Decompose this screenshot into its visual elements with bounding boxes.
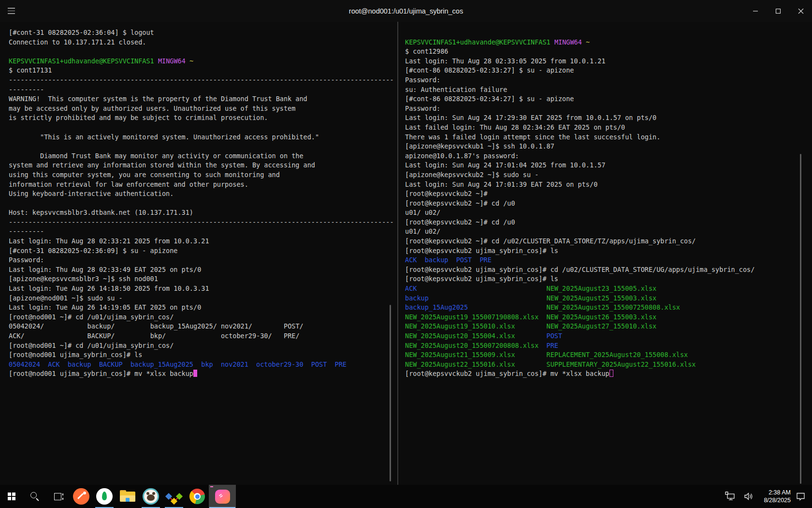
maximize-button[interactable] [767,0,789,22]
terminal-line: ----------------------------------------… [9,75,398,85]
terminal-line: [root@kepsvvckub2 ~]# [405,189,812,199]
taskbar-clock[interactable]: 2:38 AM 8/28/2025 [758,489,791,504]
minimize-icon [753,8,758,14]
terminal-line: KEPSVVCINFAS1+udhavande@KEPSVVCINFAS1 MI… [9,57,398,66]
terminal-line: is strictly prohibited and may be subjec… [9,113,398,123]
close-icon [798,8,804,14]
terminal-line: backup_15Aug2025 NEW_2025August25_155007… [405,303,812,313]
terminal-line: [apizone@kepsvvckub2 ~]$ sudo su - [405,170,812,180]
terminal-content: [#cont-31 08282025-02:36:04] $ logoutCon… [0,22,812,485]
folder-icon [120,490,135,503]
terminal-line: "This is an actively monitored system. U… [9,133,398,142]
terminal-line: Last login: Thu Aug 28 02:33:49 EAT 2025… [9,265,398,275]
windows-logo-icon [8,493,16,501]
chrome-button[interactable] [186,485,209,508]
terminal-line: NEW_2025August19_155007190808.xlsx NEW_2… [405,313,812,322]
dbeaver-button[interactable] [139,485,162,508]
terminal-line: $ cont12986 [405,47,812,57]
terminal-line: [root@kepsvvckub2 ujima_sybrin_cos]# cd … [405,265,812,275]
volume-tray-button[interactable] [740,485,756,508]
terminal-line [9,142,398,151]
postman-icon [73,488,89,505]
speaker-icon [743,492,753,501]
terminal-line: Using keyboard-interactive authenticatio… [9,189,398,199]
terminal-line: [#cont-31 08282025-02:36:04] $ logout [9,28,398,38]
terminal-line [9,47,398,57]
clock-date: 8/28/2025 [758,496,791,504]
terminal-line: Last login: Tue Aug 26 14:18:50 2025 fro… [9,284,398,294]
window-titlebar: root@nod001:/u01/ujima_sybrin_cos [0,0,812,22]
terminal-line: Last login: Sun Aug 24 17:01:04 2025 fro… [405,161,812,170]
mongodb-compass-button[interactable] [93,485,116,508]
terminal-taskbar-button[interactable] [209,485,236,508]
terminal-line: [root@nod001 ~]# cd /u01/ujima_sybrin_co… [9,341,398,351]
taskbar: 2:38 AM 8/28/2025 [0,485,812,508]
terminal-line: KEPSVVCINFAS1+udhavande@KEPSVVCINFAS1 MI… [405,38,812,47]
network-tray-button[interactable] [722,485,739,508]
search-button[interactable] [23,485,46,508]
terminal-line: Last login: Thu Aug 28 02:33:21 2025 fro… [9,237,398,246]
terminal-line: ACK backup POST PRE [405,255,812,265]
terminal-line: 05042024 ACK backup BACKUP backup_15Aug2… [9,360,398,370]
terminal-line: information retrieval for law enforcemen… [9,180,398,190]
minimize-button[interactable] [744,0,767,22]
terminal-line: Last login: Sun Aug 24 17:29:30 EAT 2025… [405,113,812,123]
terminal-line: [apizone@kepsvvcmsblbr3 ~]$ ssh nod001 [9,274,398,284]
terminal-line: 05042024/ backup/ backup_15Aug2025/ nov2… [9,322,398,331]
close-button[interactable] [789,0,812,22]
pane-divider[interactable] [397,22,398,485]
start-button[interactable] [0,485,23,508]
terminal-line: Password: [405,104,812,114]
terminal-line: Last login: Thu Aug 28 02:33:05 2025 fro… [405,57,812,66]
postman-button[interactable] [70,485,93,508]
terminal-pane-right[interactable]: KEPSVVCINFAS1+udhavande@KEPSVVCINFAS1 MI… [399,22,812,485]
terminal-line: ----------------------------------------… [9,218,398,227]
task-view-button[interactable] [46,485,70,508]
mongodb-leaf-icon [96,488,113,505]
search-icon [30,492,40,501]
window-controls [744,0,812,22]
terminal-line [405,28,812,38]
diagram-app-button[interactable] [162,485,186,508]
terminal-line: [root@kepsvvckub2 ~]# cd /u02/CLUSTER_DA… [405,237,812,246]
left-pane-scrollbar[interactable] [390,305,391,481]
action-center-button[interactable] [793,485,809,508]
clock-time: 2:38 AM [758,489,791,496]
terminal-line: [root@nod001 ~]# cd /u01/ujima_sybrin_co… [9,313,398,322]
maximize-icon [775,8,781,14]
terminal-line: WARNING! This computer system is the pro… [9,94,398,104]
terminal-line: Last login: Sun Aug 24 17:01:39 EAT 2025… [405,180,812,190]
diamond-diagram-icon [166,488,182,505]
terminal-line: Diamond Trust Bank may monitor any activ… [9,151,398,161]
task-view-icon [53,492,63,501]
terminal-line: u01/ u02/ [405,227,812,237]
terminal-line: [#cont-86 08282025-02:34:27] $ su - apiz… [405,94,812,104]
hamburger-menu-icon[interactable] [0,0,23,22]
terminal-line: [#cont-31 08282025-02:36:09] $ su - apiz… [9,246,398,256]
terminal-line: NEW_2025August19_155010.xlsx NEW_2025Aug… [405,322,812,331]
file-explorer-button[interactable] [116,485,139,508]
terminal-line: NEW_2025August22_155016.xlsx SUPPLEMENTA… [405,360,812,370]
terminal-line: [root@nod001 ujima_sybrin_cos]# mv *xlsx… [9,369,398,379]
terminal-line: Password: [9,255,398,265]
terminal-cursor [193,370,197,377]
terminal-line: ACK/ BACKUP/ bkp/ october29-30/ PRE/ [9,331,398,341]
desktop: root@nod001:/u01/ujima_sybrin_cos [#cont… [0,0,812,508]
network-icon [725,492,736,501]
terminal-line: [apizone@nod001 ~]$ sudo su - [9,294,398,303]
dbeaver-icon [143,488,159,505]
terminal-line: Last login: Tue Aug 26 14:19:05 EAT 2025… [9,303,398,313]
terminal-line: apizone@10.0.1.87's password: [405,151,812,161]
terminal-line: NEW_2025August20_155007200808.xlsx PRE [405,341,812,351]
terminal-line: [root@nod001 ujima_sybrin_cos]# ls [9,350,398,360]
terminal-pane-left[interactable]: [#cont-31 08282025-02:36:04] $ logoutCon… [0,22,398,485]
terminal-line: backup NEW_2025August25_155003.xlsx [405,294,812,303]
terminal-line: Password: [405,75,812,85]
terminal-app-icon [215,490,230,504]
terminal-line: --------- [9,227,398,237]
terminal-line: ACK NEW_2025August23_155005.xlsx [405,284,812,294]
terminal-line: [root@kepsvvckub2 ~]# cd /u0 [405,199,812,209]
right-pane-scrollbar[interactable] [800,154,801,484]
terminal-line: using this computer system, you are cons… [9,170,398,180]
terminal-line: $ cont17131 [9,66,398,75]
